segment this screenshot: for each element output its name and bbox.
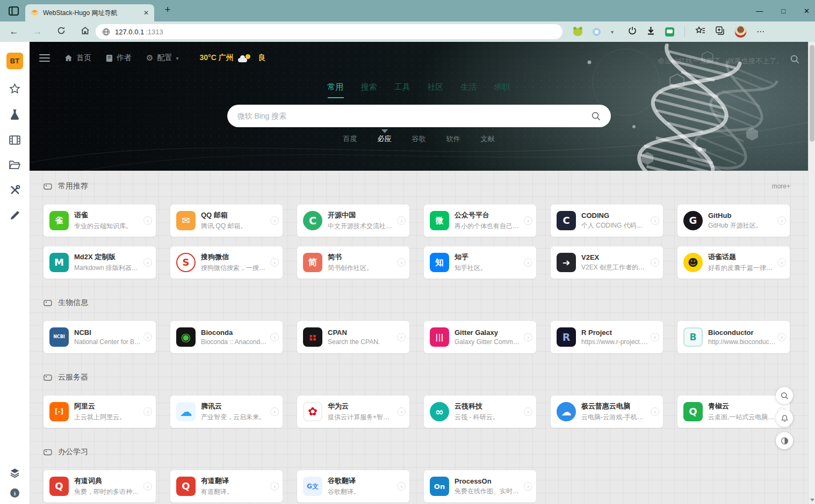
site-card[interactable]: ➔V2EXV2EX 创意工作者的社区。› (551, 246, 663, 279)
flask-icon[interactable] (10, 109, 20, 122)
profile-avatar[interactable] (735, 26, 746, 38)
engine-tab-1[interactable]: 百度 (343, 134, 357, 144)
chevron-right-icon[interactable]: › (651, 216, 659, 225)
site-card[interactable]: ✉QQ 邮箱腾讯 QQ 邮箱。› (170, 204, 283, 237)
url-port[interactable]: :1313 (146, 28, 163, 36)
site-card[interactable]: C开源中国中文开源技术交流社区。› (297, 204, 409, 237)
collections-button[interactable] (716, 26, 725, 37)
category-tab-1[interactable]: 常用 (328, 82, 344, 98)
site-card[interactable]: 知知乎知乎社区。› (424, 246, 536, 279)
power-extension-icon[interactable] (628, 26, 637, 37)
category-tab-6[interactable]: 求职 (494, 82, 510, 98)
extensions-caret-down-icon[interactable]: ▾ (611, 29, 614, 35)
site-card[interactable]: S搜狗微信搜狗微信搜索，一搜即达。› (170, 246, 283, 279)
float-darkmode-button[interactable] (776, 432, 793, 449)
tab-workspaces-icon[interactable] (6, 5, 20, 17)
float-search-button[interactable] (776, 387, 793, 404)
site-card[interactable]: CCODING个人 CODING 代码托管。› (551, 204, 663, 237)
url-host[interactable]: 127.0.0.1 (115, 28, 144, 36)
nav-config[interactable]: ⚙ 配置 ▾ (146, 53, 178, 63)
site-card[interactable]: OnProcessOn免费在线作图、实时协作。› (424, 470, 536, 502)
chevron-right-icon[interactable]: › (397, 407, 406, 416)
chevron-right-icon[interactable]: › (143, 407, 152, 416)
film-icon[interactable] (9, 135, 20, 147)
pencil-icon[interactable] (10, 210, 20, 223)
site-card[interactable]: [-]阿里云上云就上阿里云。› (44, 396, 156, 428)
site-card[interactable]: ◉BiocondaBioconda :: Anaconda.org.› (170, 321, 283, 353)
chevron-right-icon[interactable]: › (651, 258, 659, 267)
chevron-right-icon[interactable]: › (651, 333, 659, 341)
browser-menu-button[interactable]: ⋯ (756, 27, 765, 36)
chevron-right-icon[interactable]: › (397, 258, 406, 267)
float-bell-button[interactable] (776, 410, 793, 427)
extension-frog-icon[interactable] (573, 28, 582, 36)
tools-icon[interactable] (10, 185, 20, 198)
chevron-right-icon[interactable]: › (270, 482, 279, 491)
window-maximize-button[interactable]: □ (781, 7, 785, 15)
hero-search-icon[interactable] (790, 55, 799, 66)
browser-tab[interactable]: WebStack-Hugo 网址导航 ✕ (25, 4, 154, 21)
forward-button[interactable]: → (32, 26, 43, 37)
site-card[interactable]: 雀语雀专业的云端知识库。› (44, 204, 156, 237)
chevron-right-icon[interactable]: › (777, 258, 786, 267)
nav-home[interactable]: 首页 (64, 53, 91, 63)
chevron-right-icon[interactable]: › (397, 482, 406, 491)
chevron-right-icon[interactable]: › (270, 258, 279, 267)
site-card[interactable]: ☁极云普惠云电脑云电脑-云游戏-手机变电脑...› (551, 396, 663, 428)
scroll-down-arrow-icon[interactable] (810, 499, 814, 501)
chevron-right-icon[interactable]: › (143, 333, 152, 341)
chevron-right-icon[interactable]: › (270, 216, 279, 225)
tab-close-icon[interactable]: ✕ (143, 9, 149, 17)
site-card[interactable]: MMd2X 定制版Markdown 排版利器，Md...› (44, 246, 156, 279)
site-card[interactable]: ☁腾讯云产业智变，云启未来。› (170, 396, 283, 428)
site-card[interactable]: GGitHubGitHub 开源社区。› (677, 204, 790, 237)
category-tab-2[interactable]: 搜索 (361, 82, 377, 98)
nav-author[interactable]: 作者 (106, 53, 132, 63)
chevron-right-icon[interactable]: › (143, 216, 152, 225)
scrollbar-thumb[interactable] (810, 45, 814, 142)
site-card[interactable]: G文谷歌翻译谷歌翻译。› (297, 470, 409, 502)
info-icon[interactable]: i (10, 488, 19, 498)
chevron-right-icon[interactable]: › (143, 258, 152, 267)
new-tab-button[interactable]: + (161, 4, 174, 16)
chevron-right-icon[interactable]: › (397, 216, 406, 225)
site-card[interactable]: |||Gitter GalaxyGalaxy Gitter Community.… (424, 321, 536, 353)
site-card[interactable]: NCBINCBINational Center for Biote...› (44, 321, 156, 353)
chevron-right-icon[interactable]: › (270, 333, 279, 341)
site-card[interactable]: 微公众号平台再小的个体也有自己的品牌...› (424, 204, 536, 237)
downloads-button[interactable] (647, 26, 655, 37)
site-card[interactable]: Q有道词典免费，即时的多语种在线翻...› (44, 470, 156, 502)
site-logo[interactable]: BT (6, 53, 23, 69)
extension-circle-icon[interactable] (593, 28, 601, 36)
site-info-globe-icon[interactable] (102, 28, 110, 36)
window-close-button[interactable]: ✕ (804, 7, 810, 15)
site-card[interactable]: 简简书简书创作社区。› (297, 246, 409, 279)
chevron-right-icon[interactable]: › (524, 333, 532, 341)
chevron-right-icon[interactable]: › (777, 216, 786, 225)
category-tab-5[interactable]: 生活 (461, 82, 477, 98)
engine-tab-2[interactable]: 必应 (378, 134, 392, 144)
search-box[interactable] (227, 105, 611, 127)
menu-hamburger-icon[interactable] (39, 54, 50, 62)
search-icon[interactable] (592, 112, 601, 121)
site-card[interactable]: ✿华为云提供云计算服务+智能，见...› (297, 396, 409, 428)
layers-icon[interactable] (10, 468, 20, 480)
chat-extension-icon[interactable] (665, 27, 674, 36)
favorites-hub-button[interactable] (695, 26, 705, 37)
weather-widget[interactable]: 30°C 广州 良 (199, 53, 265, 63)
category-tab-3[interactable]: 工具 (394, 82, 410, 98)
window-minimize-button[interactable]: — (756, 7, 763, 15)
star-icon[interactable] (9, 83, 20, 96)
site-card[interactable]: RR Projecthttps://www.r-project.org› (551, 321, 663, 353)
site-card[interactable]: ∞云筏科技云筏 - 科研云。› (424, 396, 536, 428)
site-card[interactable]: Q青椒云云桌面,一站式云电脑服务...› (677, 396, 790, 428)
address-bar[interactable]: 127.0.0.1:1313 (96, 24, 562, 39)
back-button[interactable]: ← (9, 26, 19, 37)
chevron-right-icon[interactable]: › (524, 407, 532, 416)
site-card[interactable]: BBioconductorhttp://www.bioconductor...› (677, 321, 790, 353)
scrollbar[interactable] (808, 42, 815, 504)
engine-tab-3[interactable]: 谷歌 (412, 134, 426, 144)
chevron-right-icon[interactable]: › (270, 407, 279, 416)
site-card[interactable]: ☻语雀话题好看的皮囊千篇一律，有趣...› (677, 246, 790, 279)
chevron-right-icon[interactable]: › (397, 333, 406, 341)
